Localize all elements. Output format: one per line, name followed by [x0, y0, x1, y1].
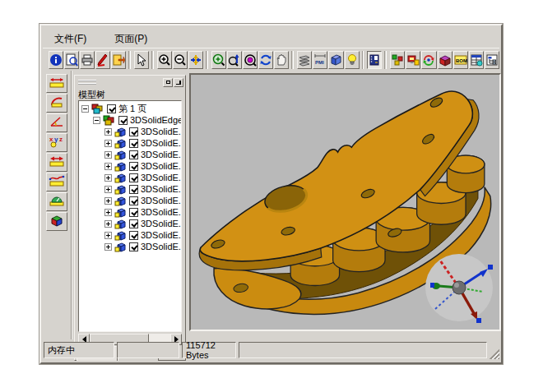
tree-label[interactable]: 3DSolidE.	[141, 196, 181, 205]
export-button[interactable]	[111, 51, 126, 69]
part-checkbox[interactable]	[129, 150, 138, 159]
zoom-out-button[interactable]	[173, 51, 188, 69]
tree-label[interactable]: 3DSolidE.	[141, 173, 181, 182]
tree-row-part[interactable]: 3DSolidE.	[79, 137, 181, 149]
model-tree[interactable]: 第 1 页 3DSolidEdge. 3DSolidE. 3DSolidE. 3…	[78, 100, 182, 332]
tree-row-part[interactable]: 3DSolidE.	[79, 218, 181, 229]
part-checkbox[interactable]	[129, 208, 138, 217]
panel-grip[interactable]	[78, 80, 96, 85]
layers-button[interactable]	[297, 51, 312, 69]
bom-button[interactable]: BOM	[453, 51, 468, 69]
expand-icon[interactable]	[104, 163, 112, 170]
pan-button[interactable]	[188, 51, 203, 69]
notebook-button[interactable]	[367, 51, 382, 69]
tree-row-assembly[interactable]: 3DSolidEdge.	[79, 114, 181, 126]
part-checkbox[interactable]	[129, 219, 138, 228]
tree-row-part[interactable]: 3DSolidE.	[79, 149, 181, 160]
tree-label[interactable]: 第 1 页	[118, 103, 146, 115]
part-checkbox[interactable]	[129, 139, 138, 148]
measure-area-button[interactable]	[46, 192, 67, 211]
print-preview-button[interactable]	[64, 51, 79, 69]
tree-label[interactable]: 3DSolidE.	[141, 138, 181, 148]
part-checkbox[interactable]	[129, 242, 138, 251]
view-cube-button[interactable]	[328, 51, 343, 69]
tree-row-part[interactable]: 3DSolidE.	[79, 160, 181, 172]
zoom-dynamic-button[interactable]	[227, 51, 242, 69]
expand-icon[interactable]	[104, 140, 112, 147]
panel-hide-button[interactable]	[174, 78, 183, 87]
expand-icon[interactable]	[104, 243, 112, 251]
tree-row-part[interactable]: 3DSolidE.	[79, 172, 181, 183]
measure-radius-button[interactable]	[46, 94, 67, 113]
refresh-button[interactable]	[258, 51, 273, 69]
resize-grip-icon[interactable]	[490, 349, 499, 359]
expand-icon[interactable]	[104, 174, 112, 182]
solid-display-button[interactable]	[438, 51, 452, 69]
expand-icon[interactable]	[104, 151, 112, 159]
menu-file[interactable]: 文件(F)	[51, 30, 90, 48]
pmi-button[interactable]: PMI	[313, 51, 327, 69]
status-size: 115712 Bytes	[182, 342, 236, 358]
info-button[interactable]	[49, 51, 63, 69]
tree-row-part[interactable]: 3DSolidE.	[79, 206, 181, 218]
tree-row-part[interactable]: 3DSolidE.	[79, 241, 181, 252]
select-cursor-button[interactable]	[134, 51, 149, 69]
measure-volume-button[interactable]	[46, 212, 67, 231]
expand-icon[interactable]	[104, 186, 112, 193]
structure-tree-button[interactable]	[485, 51, 499, 69]
rotate-animation-button[interactable]	[421, 51, 436, 69]
light-button[interactable]	[345, 51, 360, 69]
part-checkbox[interactable]	[129, 185, 138, 194]
zoom-in-button[interactable]	[157, 51, 172, 69]
expand-icon[interactable]	[104, 209, 112, 216]
viewport-3d[interactable]	[189, 73, 501, 331]
tree-row-part[interactable]: 3DSolidE.	[79, 195, 181, 206]
measure-length-button[interactable]	[46, 153, 67, 172]
part-checkbox[interactable]	[129, 231, 138, 240]
markup-pen-button[interactable]	[95, 51, 110, 69]
print-button[interactable]	[80, 51, 95, 69]
assembly-explode-button[interactable]	[390, 51, 405, 69]
select-cursor-icon	[135, 53, 148, 67]
tree-label[interactable]: 3DSolidE.	[141, 230, 181, 240]
tree-label[interactable]: 3DSolidE.	[141, 184, 181, 194]
measure-distance-button[interactable]	[46, 74, 67, 93]
zoom-window-button[interactable]	[211, 51, 226, 69]
tree-label[interactable]: 3DSolidE.	[141, 242, 181, 251]
tree-label[interactable]: 3DSolidE.	[141, 150, 181, 159]
assembly-node-icon	[103, 115, 116, 126]
tree-label[interactable]: 3DSolidEdge.	[130, 115, 182, 125]
tree-row-part[interactable]: 3DSolidE.	[79, 229, 181, 241]
tree-label[interactable]: 3DSolidE.	[141, 219, 181, 228]
menu-page[interactable]: 页面(P)	[111, 30, 151, 48]
part-checkbox[interactable]	[129, 196, 138, 205]
collapse-icon[interactable]	[93, 117, 100, 124]
report-table-button[interactable]	[469, 51, 484, 69]
tree-row-part[interactable]: 3DSolidE.	[79, 126, 181, 137]
part-checkbox[interactable]	[129, 173, 138, 182]
tree-row-part[interactable]: 3DSolidE.	[79, 183, 181, 195]
panel-restore-button[interactable]	[163, 78, 173, 87]
tree-label[interactable]: 3DSolidE.	[141, 127, 181, 136]
assembly-checkbox[interactable]	[118, 116, 128, 125]
measure-coordinate-button[interactable]: xyz	[46, 133, 67, 152]
part-checkbox[interactable]	[129, 127, 138, 136]
tree-row-page[interactable]: 第 1 页	[79, 103, 181, 114]
bom-icon: BOM	[454, 53, 467, 67]
expand-icon[interactable]	[104, 220, 112, 228]
tree-label[interactable]: 3DSolidE.	[141, 207, 181, 217]
expand-icon[interactable]	[104, 128, 112, 136]
zoom-rotate-button[interactable]	[243, 51, 258, 69]
part-node-icon	[114, 242, 127, 252]
part-checkbox[interactable]	[129, 162, 138, 171]
measure-curve-button[interactable]	[46, 173, 67, 191]
page-checkbox[interactable]	[107, 104, 116, 113]
tree-label[interactable]: 3DSolidE.	[141, 161, 181, 171]
panel-header[interactable]	[77, 77, 183, 87]
collapse-icon[interactable]	[81, 105, 89, 113]
measure-angle-button[interactable]	[46, 113, 67, 132]
hand-pan-button[interactable]	[274, 51, 289, 69]
expand-icon[interactable]	[104, 197, 112, 205]
expand-icon[interactable]	[104, 232, 112, 239]
animation-button[interactable]	[406, 51, 420, 69]
